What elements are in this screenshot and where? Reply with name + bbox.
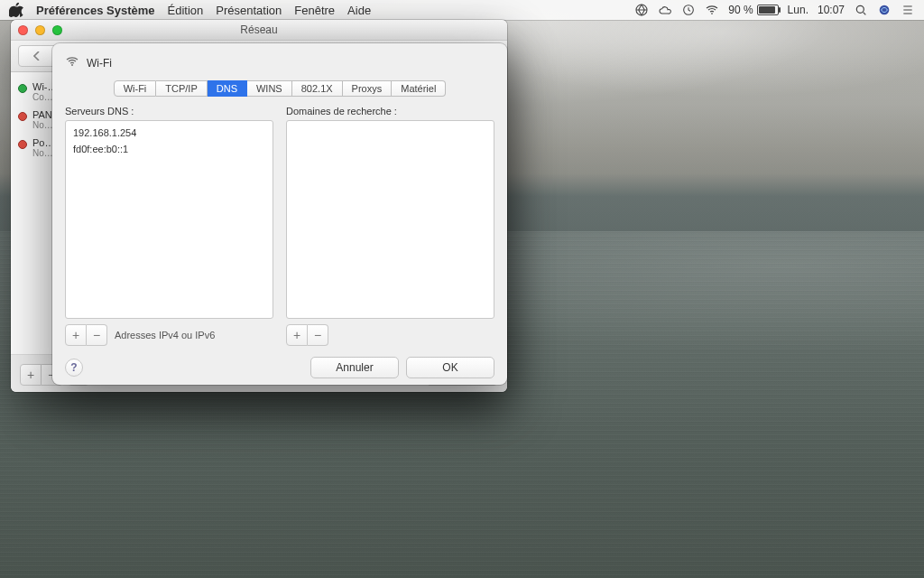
status-dot [18,112,27,121]
menu-help[interactable]: Aide [347,4,371,17]
battery-percent-text: 90 [728,4,753,16]
dns-servers-label: Serveurs DNS : [65,106,273,117]
wifi-sheet-icon [65,54,79,71]
ipv-hint: Adresses IPv4 ou IPv6 [115,330,215,340]
svg-point-16 [71,64,73,66]
sidebar-item-subtitle: No… [32,148,54,158]
cancel-button[interactable]: Annuler [310,357,399,378]
minimize-window-button[interactable] [35,25,45,35]
battery-indicator[interactable]: 90 [728,4,778,16]
svg-point-3 [856,5,864,13]
remove-search-domain-button[interactable]: − [308,324,328,346]
menu-edit[interactable]: Édition [168,4,204,17]
menu-presentation[interactable]: Présentation [216,4,282,17]
clock-time[interactable]: 10:07 [818,4,845,16]
remove-dns-button[interactable]: − [87,324,107,346]
apple-menu-icon[interactable] [9,3,23,17]
ok-button[interactable]: OK [406,357,494,378]
app-menu[interactable]: Préférences Système [36,4,155,17]
tab-dns[interactable]: DNS [208,80,247,97]
siri-icon[interactable] [877,3,892,17]
wifi-advanced-sheet: Wi-Fi Wi-FiTCP/IPDNSWINS802.1XProxysMaté… [52,43,507,385]
tab-8021x[interactable]: 802.1X [292,80,343,97]
cloud-icon[interactable] [658,3,672,17]
sidebar-item-title: Po… [32,137,54,148]
add-dns-button[interactable]: + [65,324,87,346]
status-dot [18,140,27,149]
window-titlebar[interactable]: Réseau [11,20,507,41]
close-window-button[interactable] [18,25,28,35]
menu-window[interactable]: Fenêtre [294,4,335,17]
search-domains-label: Domaines de recherche : [286,106,494,117]
svg-point-2 [711,13,713,14]
sheet-help-button[interactable]: ? [65,359,83,377]
back-button[interactable] [18,45,56,67]
add-search-domain-button[interactable]: + [286,324,308,346]
wifi-icon[interactable] [705,3,719,17]
tab-proxys[interactable]: Proxys [343,80,393,97]
timemachine-icon[interactable] [681,3,696,17]
dns-entry[interactable]: fd0f:ee:b0::1 [71,141,267,157]
menubar: Préférences Système Édition Présentation… [0,0,924,20]
dns-servers-list[interactable]: 192.168.1.254fd0f:ee:b0::1 [65,120,273,319]
sheet-heading: Wi-Fi [87,57,112,70]
tab-matriel[interactable]: Matériel [392,80,446,97]
status-dot [18,84,27,93]
tab-wifi[interactable]: Wi-Fi [114,80,157,97]
zoom-window-button[interactable] [52,25,62,35]
add-interface-button[interactable]: + [20,364,42,386]
aperture-icon[interactable] [634,3,649,17]
tab-wins[interactable]: WINS [247,80,292,97]
advanced-tabs: Wi-FiTCP/IPDNSWINS802.1XProxysMatériel [65,80,494,97]
search-domains-list[interactable] [286,120,494,319]
tab-tcpip[interactable]: TCP/IP [156,80,207,97]
dns-entry[interactable]: 192.168.1.254 [71,125,267,141]
spotlight-icon[interactable] [854,3,868,17]
notification-center-icon[interactable] [901,3,915,17]
window-title: Réseau [11,23,507,36]
clock-day[interactable]: Lun. [788,4,808,16]
